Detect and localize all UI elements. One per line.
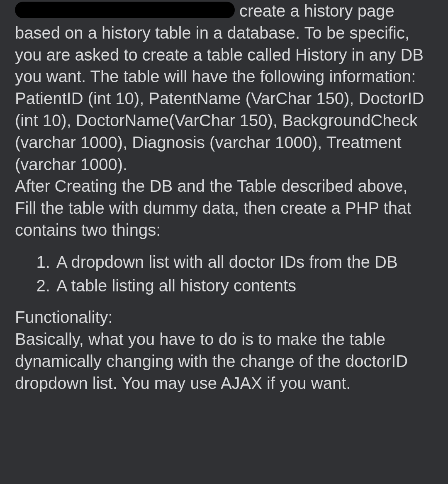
- list-item: A table listing all history contents: [55, 275, 425, 297]
- intro-paragraph: create a history page based on a history…: [15, 0, 433, 241]
- intro-text-1: create a history page based on a history…: [15, 2, 424, 174]
- requirements-list: A dropdown list with all doctor IDs from…: [15, 251, 433, 297]
- intro-text-2: After Creating the DB and the Table desc…: [15, 177, 411, 239]
- functionality-paragraph: Functionality: Basically, what you have …: [15, 306, 433, 394]
- redacted-block: [15, 2, 235, 18]
- list-item: A dropdown list with all doctor IDs from…: [55, 251, 425, 273]
- functionality-body: Basically, what you have to do is to mak…: [15, 330, 408, 392]
- functionality-heading: Functionality:: [15, 306, 433, 328]
- document-page: create a history page based on a history…: [0, 0, 448, 417]
